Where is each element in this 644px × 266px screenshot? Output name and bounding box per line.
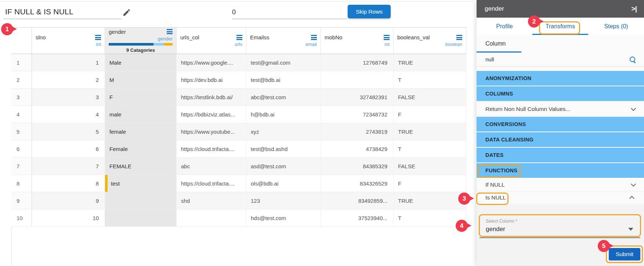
category-dates[interactable]: DATES (477, 148, 644, 162)
cell-email[interactable]: test@gmail.com (246, 54, 321, 71)
column-header-gender[interactable]: gendergender9 Catagories (105, 28, 177, 54)
cell-urls[interactable]: https://bdbizviz.atlas... (177, 106, 246, 123)
cell-boolean[interactable]: TRUE (394, 54, 466, 71)
cell-mobno[interactable]: 12768749 (321, 54, 394, 71)
search-icon[interactable] (629, 56, 636, 63)
cell-slno[interactable]: 10 (32, 209, 105, 226)
cell-mobno[interactable]: 834326529 (321, 175, 394, 192)
cell-slno[interactable]: 8 (32, 175, 105, 192)
cell-email[interactable]: xyz (246, 123, 321, 140)
cell-boolean[interactable]: FALSE (394, 89, 466, 105)
cell-email[interactable]: test@bsd.ashd (246, 140, 321, 157)
cell-slno[interactable]: 6 (32, 140, 105, 157)
transform-item-is-null[interactable]: Is NULL (477, 191, 644, 204)
cell-gender[interactable] (105, 192, 177, 209)
cell-urls[interactable]: https://www.youtube... (177, 123, 246, 140)
cell-gender[interactable]: Female (105, 140, 177, 157)
cell-urls[interactable]: https://www.google.... (177, 54, 246, 71)
skip-rows-input[interactable] (232, 6, 347, 19)
cell-urls[interactable]: https://cloud.trifacta.... (177, 140, 246, 157)
column-type-label: gender (109, 36, 173, 42)
column-menu-icon[interactable] (456, 35, 462, 40)
category-functions[interactable]: FUNCTIONS (477, 163, 644, 178)
cell-boolean[interactable]: T (394, 71, 466, 88)
cell-gender[interactable]: test (105, 175, 177, 192)
cell-boolean[interactable]: T (394, 140, 466, 157)
column-menu-icon[interactable] (167, 29, 173, 34)
cell-boolean[interactable]: F (394, 175, 466, 192)
cell-urls[interactable]: https://dev.bdb.ai (177, 71, 246, 88)
cell-gender[interactable] (105, 209, 177, 226)
submit-button[interactable]: Submit (609, 248, 640, 260)
cell-urls[interactable]: https://cloud.trifacta.... (177, 175, 246, 192)
category-columns[interactable]: COLUMNS (477, 86, 644, 101)
category-conversions[interactable]: CONVERSIONS (477, 117, 644, 132)
cell-mobno[interactable]: 37523940... (321, 209, 394, 226)
tab-profile[interactable]: Profile (477, 18, 532, 35)
cell-email[interactable]: asd@test.com (246, 158, 321, 175)
subtab-column[interactable]: Column (485, 40, 506, 47)
transform-item-if-null[interactable]: If NULL (477, 179, 644, 191)
cell-boolean[interactable]: TRUE (394, 123, 466, 140)
cell-gender[interactable]: female (105, 123, 177, 140)
skip-rows-button[interactable]: Skip Rows (348, 5, 391, 18)
chevron-down-icon[interactable] (631, 106, 636, 111)
cell-mobno[interactable] (321, 71, 394, 88)
select-column-field[interactable]: Select Column * gender (479, 214, 641, 237)
cell-mobno[interactable]: 4738429 (321, 140, 394, 157)
cell-urls[interactable]: https://testlink.bdb.ai/ (177, 89, 246, 105)
column-menu-icon[interactable] (311, 35, 317, 40)
column-menu-icon[interactable] (384, 35, 390, 40)
column-header-Emailss[interactable]: Emailssemail (246, 28, 321, 54)
row-number-cell: 4 (11, 106, 32, 123)
transform-label: ANONYMIZATION (485, 75, 531, 81)
cell-slno[interactable]: 7 (32, 158, 105, 175)
cell-gender[interactable]: FEMALE (105, 158, 177, 175)
cell-gender[interactable]: M (105, 71, 177, 88)
column-header-slno[interactable]: slnoint (32, 28, 105, 54)
cell-mobno[interactable]: 2743819 (321, 123, 394, 140)
chevron-down-icon[interactable] (631, 181, 636, 187)
category-data-cleansing[interactable]: DATA CLEANSING (477, 132, 644, 147)
column-header-booleans_val[interactable]: booleans_valboolean (394, 28, 466, 54)
cell-mobno[interactable]: 83492859... (321, 192, 394, 209)
cell-email[interactable]: h@bdb.ai (246, 106, 321, 123)
column-header-urls_col[interactable]: urls_colurls (177, 28, 246, 54)
cell-gender[interactable]: Male (105, 54, 177, 71)
cell-boolean[interactable]: TRUE (394, 192, 466, 209)
edit-title-icon[interactable] (122, 8, 131, 17)
dropdown-arrow-icon[interactable] (628, 228, 633, 231)
cell-slno[interactable]: 1 (32, 54, 105, 71)
cell-boolean[interactable]: F (394, 106, 466, 123)
chevron-up-icon[interactable] (629, 196, 634, 201)
cell-urls[interactable] (177, 209, 246, 226)
cell-email[interactable]: 123 (246, 192, 321, 209)
cell-mobno[interactable]: 84385329 (321, 158, 394, 175)
column-menu-icon[interactable] (95, 35, 101, 40)
cell-urls[interactable]: abc (177, 158, 246, 175)
cell-mobno[interactable]: 72348732 (321, 106, 394, 123)
cell-email[interactable]: test@bdb.ai (246, 71, 321, 88)
cell-urls[interactable]: shd (177, 192, 246, 209)
cell-email[interactable]: hds@test.com (246, 209, 321, 226)
column-header-mobNo[interactable]: mobNoint (321, 28, 394, 54)
tab-steps[interactable]: Steps (0) (588, 18, 644, 35)
cell-gender[interactable]: F (105, 89, 177, 105)
cell-boolean[interactable]: T (394, 209, 466, 226)
cell-slno[interactable]: 2 (32, 71, 105, 88)
collapse-panel-icon[interactable]: >| (632, 5, 637, 13)
cell-slno[interactable]: 9 (32, 192, 105, 209)
cell-email[interactable]: ols@bdb.ai (246, 175, 321, 192)
transform-item-return-non-null-column-values[interactable]: Return Non Null Column Values... (477, 102, 644, 117)
column-menu-icon[interactable] (236, 35, 242, 40)
cell-slno[interactable]: 5 (32, 123, 105, 140)
cell-slno[interactable]: 3 (32, 89, 105, 105)
transform-search-input[interactable] (485, 56, 629, 62)
cell-boolean[interactable]: FALSE (394, 158, 466, 175)
cell-slno[interactable]: 4 (32, 106, 105, 123)
transform-label: DATA CLEANSING (485, 137, 533, 143)
category-anonymization[interactable]: ANONYMIZATION (477, 71, 644, 86)
cell-mobno[interactable]: 327482391 (321, 89, 394, 105)
cell-gender[interactable]: male (105, 106, 177, 123)
cell-email[interactable]: abc@test.com (246, 89, 321, 105)
